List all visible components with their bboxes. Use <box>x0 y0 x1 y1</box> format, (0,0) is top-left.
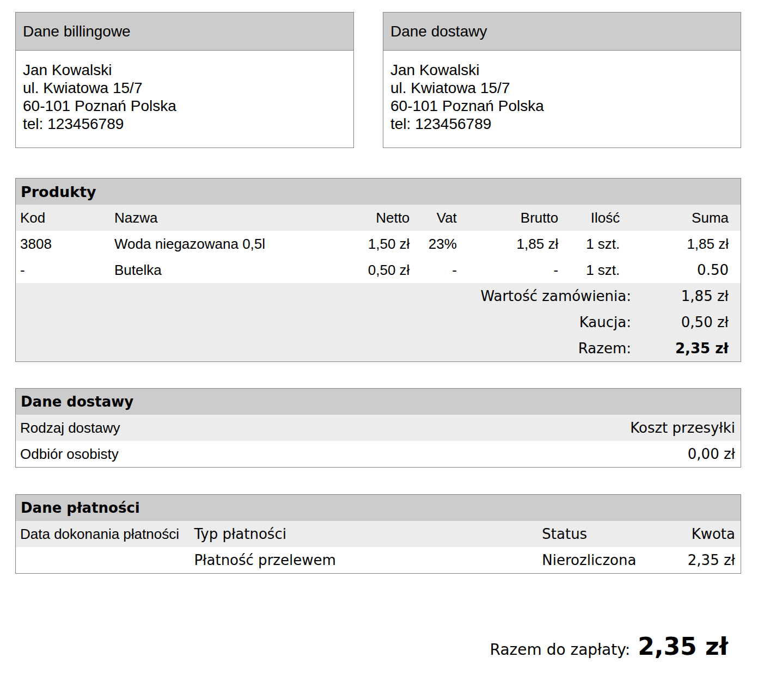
delivery-row: Odbiór osobisty 0,00 zł <box>16 441 741 467</box>
summary-value: 1,85 zł <box>631 288 741 304</box>
column-header-delivery-type: Rodzaj dostawy <box>16 415 378 441</box>
shipping-address: Jan Kowalski ul. Kwiatowa 15/7 60-101 Po… <box>383 51 741 148</box>
billing-address-line: ul. Kwiatowa 15/7 <box>23 79 346 97</box>
order-summary: Wartość zamówienia: 1,85 zł Kaucja: 0,50… <box>16 283 741 361</box>
grand-total-label: Razem do zapłaty: <box>490 641 631 659</box>
billing-address-line: 60-101 Poznań Polska <box>23 97 346 115</box>
grand-total: Razem do zapłaty: 2,35 zł <box>15 633 741 660</box>
column-header-suma: Suma <box>632 205 741 231</box>
delivery-section-title: Dane dostawy <box>16 389 741 415</box>
shipping-cost: 0,00 zł <box>378 441 741 467</box>
shipping-address-line: Jan Kowalski <box>390 61 734 79</box>
payment-section-title: Dane płatności <box>16 495 741 521</box>
column-header-vat: Vat <box>421 205 469 231</box>
product-name: Woda niegazowana 0,5l <box>110 231 349 257</box>
payment-section: Dane płatności Data dokonania płatności … <box>15 494 741 574</box>
summary-row-order-value: Wartość zamówienia: 1,85 zł <box>16 283 741 309</box>
address-row: Dane billingowe Jan Kowalski ul. Kwiatow… <box>15 12 741 148</box>
product-sum: 1,85 zł <box>632 231 741 257</box>
delivery-header-row: Rodzaj dostawy Koszt przesyłki <box>16 415 741 441</box>
product-brutto: - <box>469 257 570 283</box>
column-header-payment-type: Typ płatności <box>190 521 537 547</box>
billing-address-line: Jan Kowalski <box>23 61 346 79</box>
products-section: Produkty Kod Nazwa Netto Vat Brutto Iloś… <box>15 178 741 362</box>
delivery-section: Dane dostawy Rodzaj dostawy Koszt przesy… <box>15 388 741 468</box>
product-code: - <box>16 257 110 283</box>
product-sum: 0.50 <box>632 257 741 283</box>
column-header-amount: Kwota <box>643 521 741 547</box>
products-section-title: Produkty <box>16 179 741 205</box>
product-quantity: 1 szt. <box>570 231 632 257</box>
product-code: 3808 <box>16 231 110 257</box>
payment-date <box>16 547 190 573</box>
summary-total-value: 2,35 zł <box>631 340 741 357</box>
product-row: 3808 Woda niegazowana 0,5l 1,50 zł 23% 1… <box>16 231 741 257</box>
delivery-type: Odbiór osobisty <box>16 441 378 467</box>
summary-label: Kaucja: <box>16 314 631 330</box>
product-netto: 1,50 zł <box>349 231 421 257</box>
summary-label: Wartość zamówienia: <box>16 288 631 304</box>
product-vat: 23% <box>421 231 469 257</box>
shipping-box-title: Dane dostawy <box>383 13 741 51</box>
product-vat: - <box>421 257 469 283</box>
shipping-address-line: ul. Kwiatowa 15/7 <box>390 79 734 97</box>
summary-row-total: Razem: 2,35 zł <box>16 335 741 361</box>
column-header-payment-date: Data dokonania płatności <box>16 521 190 547</box>
summary-value: 0,50 zł <box>631 314 741 330</box>
products-header-row: Kod Nazwa Netto Vat Brutto Ilość Suma <box>16 205 741 231</box>
column-header-nazwa: Nazwa <box>110 205 349 231</box>
order-document: Dane billingowe Jan Kowalski ul. Kwiatow… <box>0 0 770 660</box>
billing-box-title: Dane billingowe <box>16 13 353 51</box>
column-header-kod: Kod <box>16 205 110 231</box>
product-netto: 0,50 zł <box>349 257 421 283</box>
product-row: - Butelka 0,50 zł - - 1 szt. 0.50 <box>16 257 741 283</box>
payment-header-row: Data dokonania płatności Typ płatności S… <box>16 521 741 547</box>
column-header-ilosc: Ilość <box>570 205 632 231</box>
shipping-address-line: tel: 123456789 <box>390 115 734 133</box>
grand-total-value: 2,35 zł <box>638 633 728 660</box>
delivery-table: Rodzaj dostawy Koszt przesyłki Odbiór os… <box>16 415 741 467</box>
product-quantity: 1 szt. <box>570 257 632 283</box>
product-brutto: 1,85 zł <box>469 231 570 257</box>
column-header-netto: Netto <box>349 205 421 231</box>
column-header-status: Status <box>537 521 643 547</box>
summary-row-deposit: Kaucja: 0,50 zł <box>16 309 741 335</box>
payment-row: Płatność przelewem Nierozliczona 2,35 zł <box>16 547 741 573</box>
products-table: Kod Nazwa Netto Vat Brutto Ilość Suma 38… <box>16 205 741 283</box>
billing-address-line: tel: 123456789 <box>23 115 346 133</box>
summary-label: Razem: <box>16 340 631 357</box>
shipping-box: Dane dostawy Jan Kowalski ul. Kwiatowa 1… <box>383 12 741 148</box>
product-name: Butelka <box>110 257 349 283</box>
payment-type: Płatność przelewem <box>190 547 537 573</box>
payment-table: Data dokonania płatności Typ płatności S… <box>16 521 741 573</box>
column-header-shipping-cost: Koszt przesyłki <box>378 415 741 441</box>
payment-status: Nierozliczona <box>537 547 643 573</box>
payment-amount: 2,35 zł <box>643 547 741 573</box>
shipping-address-line: 60-101 Poznań Polska <box>390 97 734 115</box>
billing-box: Dane billingowe Jan Kowalski ul. Kwiatow… <box>15 12 354 148</box>
billing-address: Jan Kowalski ul. Kwiatowa 15/7 60-101 Po… <box>16 51 353 148</box>
column-header-brutto: Brutto <box>469 205 570 231</box>
